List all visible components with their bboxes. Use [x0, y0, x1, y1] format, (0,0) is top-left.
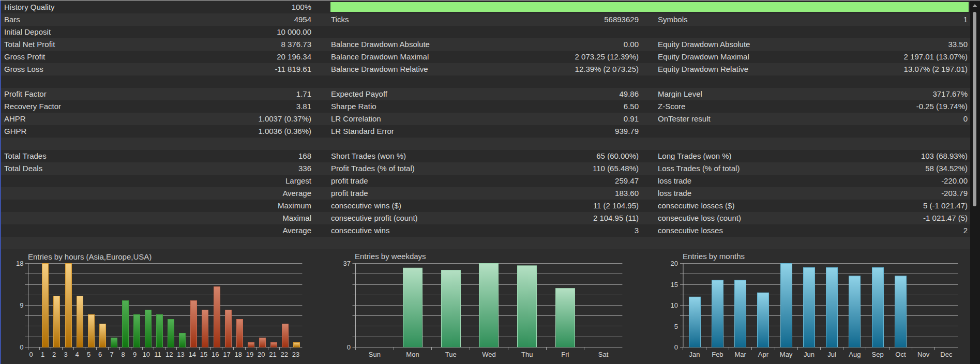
svg-text:Tue: Tue: [445, 351, 457, 358]
svg-text:Thu: Thu: [521, 351, 533, 358]
svg-text:Sep: Sep: [872, 351, 884, 358]
svg-text:5: 5: [674, 323, 678, 330]
svg-text:12: 12: [165, 351, 173, 358]
svg-text:9: 9: [133, 351, 137, 358]
svg-text:Jul: Jul: [827, 351, 836, 358]
svg-text:Jun: Jun: [804, 351, 815, 358]
svg-text:21: 21: [269, 351, 276, 358]
svg-text:Sun: Sun: [369, 351, 381, 358]
svg-text:0: 0: [674, 343, 678, 351]
svg-text:Sat: Sat: [598, 351, 609, 358]
svg-text:Wed: Wed: [482, 351, 496, 358]
svg-text:Dec: Dec: [940, 351, 953, 358]
svg-text:Entries by hours (Asia,Europe,: Entries by hours (Asia,Europe,USA): [28, 252, 152, 261]
svg-text:10: 10: [142, 351, 149, 358]
svg-text:17: 17: [223, 351, 230, 358]
svg-text:Oct: Oct: [895, 351, 906, 358]
svg-text:0: 0: [29, 351, 33, 358]
svg-text:Mon: Mon: [406, 351, 419, 358]
svg-text:23: 23: [292, 351, 299, 358]
svg-text:4: 4: [76, 351, 79, 358]
svg-text:13: 13: [177, 351, 184, 358]
svg-text:7: 7: [110, 351, 113, 358]
svg-text:0: 0: [347, 343, 351, 351]
svg-text:Entries by weekdays: Entries by weekdays: [355, 252, 426, 261]
svg-text:May: May: [780, 351, 793, 358]
svg-text:11: 11: [154, 351, 161, 358]
svg-text:18: 18: [16, 260, 23, 267]
svg-text:15: 15: [671, 281, 678, 289]
svg-text:1: 1: [41, 351, 44, 358]
svg-text:18: 18: [235, 351, 242, 358]
svg-text:37: 37: [343, 260, 351, 267]
svg-text:20: 20: [258, 351, 265, 358]
svg-text:2: 2: [52, 351, 56, 358]
svg-text:Mar: Mar: [734, 351, 746, 358]
svg-text:Feb: Feb: [712, 351, 723, 358]
svg-text:16: 16: [212, 351, 219, 358]
svg-text:3: 3: [64, 351, 67, 358]
svg-text:Fri: Fri: [561, 351, 569, 358]
svg-text:0: 0: [20, 343, 23, 351]
svg-text:Aug: Aug: [849, 351, 861, 358]
svg-text:Nov: Nov: [917, 351, 930, 358]
svg-text:15: 15: [200, 351, 207, 358]
svg-text:Jan: Jan: [689, 351, 700, 358]
svg-text:22: 22: [281, 351, 288, 358]
svg-text:6: 6: [98, 351, 102, 358]
svg-text:8: 8: [122, 351, 125, 358]
svg-text:5: 5: [87, 351, 91, 358]
svg-text:9: 9: [20, 301, 23, 309]
svg-text:Apr: Apr: [758, 351, 769, 358]
svg-text:14: 14: [189, 351, 196, 358]
svg-text:20: 20: [671, 260, 678, 267]
svg-text:19: 19: [246, 351, 253, 358]
svg-text:Entries by months: Entries by months: [683, 252, 745, 261]
svg-text:10: 10: [671, 301, 678, 309]
